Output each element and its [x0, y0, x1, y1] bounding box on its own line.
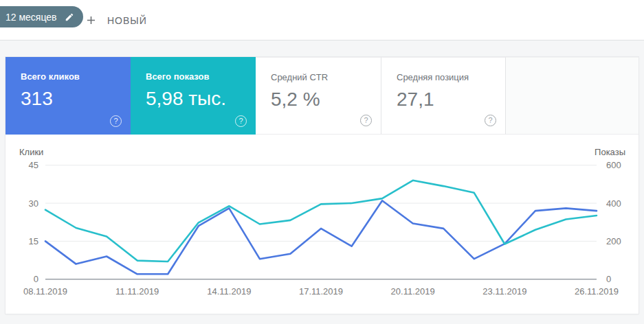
- metric-card-total-clicks[interactable]: Всего кликов 313 ?: [5, 57, 131, 135]
- help-icon[interactable]: ?: [485, 115, 496, 126]
- new-filter-label: НОВЫЙ: [107, 15, 147, 26]
- metric-label: Средний CTR: [271, 72, 381, 82]
- metric-card-average-position[interactable]: Средняя позиция 27,1 ?: [381, 57, 506, 135]
- right-axis-title: Показы: [595, 147, 625, 157]
- svg-text:17.11.2019: 17.11.2019: [299, 286, 343, 297]
- metric-value: 5,98 тыс.: [146, 88, 256, 110]
- metric-label: Всего кликов: [21, 71, 131, 82]
- svg-text:200: 200: [606, 236, 621, 246]
- date-range-label: 12 месяцев: [5, 12, 57, 23]
- performance-chart: Клики Показы 0153045020040060008.11.2019…: [5, 135, 639, 314]
- new-filter-button[interactable]: НОВЫЙ: [78, 0, 154, 40]
- svg-text:26.11.2019: 26.11.2019: [575, 286, 619, 297]
- edit-pencil-icon: [65, 12, 74, 22]
- metric-card-total-impressions[interactable]: Всего показов 5,98 тыс. ?: [131, 57, 256, 135]
- svg-text:23.11.2019: 23.11.2019: [482, 286, 526, 297]
- svg-text:0: 0: [34, 274, 38, 284]
- svg-text:15: 15: [29, 236, 38, 246]
- left-axis-title: Клики: [19, 147, 43, 157]
- metric-label: Всего показов: [146, 71, 256, 82]
- help-icon[interactable]: ?: [360, 115, 372, 126]
- svg-text:30: 30: [29, 198, 38, 209]
- metric-value: 27,1: [397, 89, 505, 111]
- metric-row-empty-space: [506, 57, 639, 135]
- help-icon[interactable]: ?: [110, 115, 122, 127]
- help-icon[interactable]: ?: [235, 115, 247, 127]
- svg-text:08.11.2019: 08.11.2019: [23, 286, 67, 297]
- svg-text:400: 400: [606, 198, 621, 209]
- svg-text:14.11.2019: 14.11.2019: [207, 286, 251, 297]
- metric-card-average-ctr[interactable]: Средний CTR 5,2 % ?: [256, 57, 381, 135]
- metric-label: Средняя позиция: [397, 72, 505, 82]
- svg-text:20.11.2019: 20.11.2019: [391, 286, 435, 297]
- metric-value: 5,2 %: [271, 89, 381, 111]
- svg-text:0: 0: [606, 274, 611, 284]
- clicks-impressions-line-chart[interactable]: 0153045020040060008.11.201911.11.201914.…: [5, 135, 639, 314]
- plus-icon: [85, 14, 98, 27]
- date-range-filter-chip[interactable]: 12 месяцев: [0, 6, 83, 27]
- metric-value: 313: [21, 88, 131, 110]
- metric-cards-row: Всего кликов 313 ? Всего показов 5,98 ты…: [5, 57, 639, 135]
- svg-text:45: 45: [29, 160, 38, 170]
- topbar: 12 месяцев НОВЫЙ: [0, 0, 644, 40]
- svg-text:600: 600: [606, 160, 621, 170]
- performance-panel: Всего кликов 313 ? Всего показов 5,98 ты…: [5, 57, 639, 314]
- svg-text:11.11.2019: 11.11.2019: [115, 286, 159, 297]
